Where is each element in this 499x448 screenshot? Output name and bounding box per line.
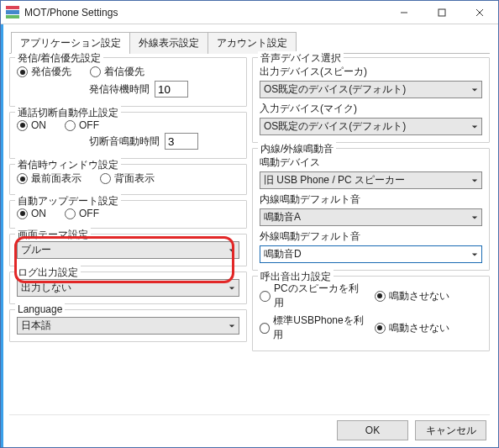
group-title: 呼出音出力設定 bbox=[258, 270, 334, 284]
chevron-down-icon bbox=[228, 320, 235, 332]
label: ON bbox=[31, 208, 46, 219]
radio-update-on[interactable] bbox=[17, 208, 28, 219]
group-ring: 内線/外線鳴動音 鳴動デバイス 旧 USB Phone / PC スピーカー 内… bbox=[252, 148, 490, 271]
chevron-down-icon bbox=[228, 245, 235, 256]
label: 標準USBPhoneを利用 bbox=[273, 314, 367, 342]
tab-row: アプリケーション設定 外線表示設定 アカウント設定 bbox=[9, 31, 490, 54]
outgoing-wait-input[interactable] bbox=[155, 81, 188, 98]
cancel-button[interactable]: キャンセル bbox=[415, 420, 486, 440]
group-title: 画面テーマ設定 bbox=[15, 228, 91, 242]
titlebar: MOT/Phone Settings bbox=[1, 1, 498, 24]
label: 鳴動させない bbox=[389, 289, 449, 303]
radio-disconnect-off[interactable] bbox=[65, 120, 76, 131]
label: 出力デバイス(スピーカ) bbox=[260, 65, 482, 79]
group-outgoing: 発信/着信優先設定 発信優先 着信優先 発信待機時間 bbox=[9, 57, 247, 107]
label: ON bbox=[31, 119, 46, 131]
label: OK bbox=[365, 424, 380, 436]
radio-back[interactable] bbox=[100, 173, 111, 184]
radio-outgoing-priority[interactable] bbox=[17, 66, 28, 77]
footer: OK キャンセル bbox=[9, 414, 490, 440]
audio-output-select[interactable]: OS既定のデバイス(デフォルト) bbox=[260, 81, 482, 98]
window-title: MOT/Phone Settings bbox=[24, 7, 385, 18]
select-value: 日本語 bbox=[21, 319, 51, 333]
label: 最前面表示 bbox=[31, 171, 81, 186]
group-theme: 画面テーマ設定 ブルー bbox=[9, 234, 247, 266]
disconnect-ring-input[interactable] bbox=[165, 133, 198, 150]
group-title: 自動アップデート設定 bbox=[15, 194, 121, 208]
label: 切断音鳴動時間 bbox=[89, 134, 160, 149]
select-value: ブルー bbox=[21, 243, 51, 257]
label: 鳴動デバイス bbox=[260, 155, 482, 170]
chevron-down-icon bbox=[471, 84, 478, 96]
radio-no-ring-a[interactable] bbox=[375, 291, 386, 302]
theme-select[interactable]: ブルー bbox=[17, 241, 239, 259]
radio-no-ring-b[interactable] bbox=[375, 323, 386, 334]
radio-disconnect-on[interactable] bbox=[17, 120, 28, 131]
select-value: OS既定のデバイス(デフォルト) bbox=[264, 82, 406, 97]
label: 入力デバイス(マイク) bbox=[260, 102, 482, 116]
group-title: Language bbox=[15, 303, 65, 315]
group-title: ログ出力設定 bbox=[15, 266, 81, 280]
language-select[interactable]: 日本語 bbox=[17, 317, 239, 335]
ring-internal-select[interactable]: 鳴動音A bbox=[260, 208, 482, 226]
app-icon bbox=[6, 6, 19, 19]
radio-front[interactable] bbox=[17, 173, 28, 184]
close-button[interactable] bbox=[460, 1, 498, 24]
label: 外線鳴動デフォルト音 bbox=[260, 229, 482, 244]
log-select[interactable]: 出力しない bbox=[17, 279, 239, 297]
ok-button[interactable]: OK bbox=[337, 420, 408, 440]
select-value: 出力しない bbox=[21, 281, 71, 295]
select-value: OS既定のデバイス(デフォルト) bbox=[264, 119, 406, 134]
label: 背面表示 bbox=[114, 171, 155, 186]
left-accent bbox=[1, 24, 3, 447]
label: 発信優先 bbox=[31, 65, 71, 79]
window: MOT/Phone Settings アプリケーション設定 外線表示設定 アカウ… bbox=[0, 0, 499, 448]
ring-external-select[interactable]: 鳴動音D bbox=[260, 245, 482, 263]
select-value: 旧 USB Phone / PC スピーカー bbox=[264, 173, 405, 187]
label: 発信待機時間 bbox=[89, 82, 150, 97]
chevron-down-icon bbox=[471, 212, 478, 224]
maximize-button[interactable] bbox=[423, 1, 460, 24]
radio-incoming-priority[interactable] bbox=[90, 66, 101, 77]
select-value: 鳴動音A bbox=[264, 210, 301, 224]
group-title: 発信/着信優先設定 bbox=[15, 51, 103, 66]
label: OFF bbox=[79, 119, 99, 131]
svg-rect-1 bbox=[439, 9, 445, 16]
group-incoming-window: 着信時ウィンドウ設定 最前面表示 背面表示 bbox=[9, 164, 247, 195]
group-title: 着信時ウィンドウ設定 bbox=[15, 158, 121, 172]
tab-external[interactable]: 外線表示設定 bbox=[129, 32, 208, 54]
chevron-down-icon bbox=[471, 175, 478, 187]
audio-input-select[interactable]: OS既定のデバイス(デフォルト) bbox=[260, 118, 482, 135]
group-disconnect: 通話切断自動停止設定 ON OFF 切断音鳴動時間 bbox=[9, 112, 247, 159]
group-audio: 音声デバイス選択 出力デバイス(スピーカ) OS既定のデバイス(デフォルト) 入… bbox=[252, 57, 490, 143]
label: 着信優先 bbox=[104, 65, 144, 79]
group-title: 音声デバイス選択 bbox=[258, 51, 344, 66]
group-log: ログ出力設定 出力しない bbox=[9, 271, 247, 304]
label: 鳴動させない bbox=[389, 321, 449, 335]
group-language: Language 日本語 bbox=[9, 309, 247, 342]
chevron-down-icon bbox=[471, 121, 478, 133]
radio-pc-speaker[interactable] bbox=[260, 291, 271, 302]
radio-usb-phone[interactable] bbox=[260, 323, 270, 334]
label: キャンセル bbox=[426, 424, 476, 438]
group-auto-update: 自動アップデート設定 ON OFF bbox=[9, 200, 247, 229]
minimize-button[interactable] bbox=[385, 1, 423, 24]
select-value: 鳴動音D bbox=[264, 247, 302, 261]
group-title: 通話切断自動停止設定 bbox=[15, 106, 121, 120]
group-callout: 呼出音出力設定 PCのスピーカを利用 鳴動させない bbox=[252, 276, 490, 351]
label: 内線鳴動デフォルト音 bbox=[260, 192, 482, 207]
label: PCのスピーカを利用 bbox=[274, 282, 368, 310]
radio-update-off[interactable] bbox=[65, 208, 76, 219]
chevron-down-icon bbox=[228, 282, 235, 294]
label: OFF bbox=[79, 208, 99, 219]
chevron-down-icon bbox=[471, 249, 478, 261]
group-title: 内線/外線鳴動音 bbox=[258, 142, 336, 156]
ring-device-select[interactable]: 旧 USB Phone / PC スピーカー bbox=[260, 171, 482, 189]
